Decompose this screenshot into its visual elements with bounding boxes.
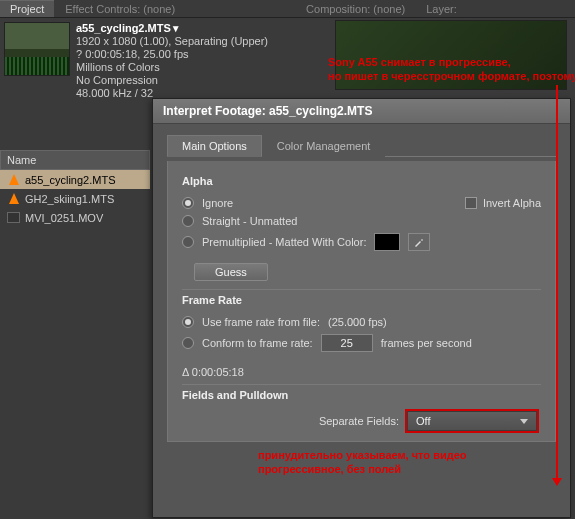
annotation-bottom: принудительно указываем, что видео прогр… (258, 448, 466, 476)
label-premultiplied: Premultiplied - Matted With Color: (202, 236, 366, 248)
file-rate-value: (25.000 fps) (328, 316, 387, 328)
checkbox-invert-alpha[interactable] (465, 197, 477, 209)
guess-button[interactable]: Guess (194, 263, 268, 281)
separate-fields-value: Off (416, 415, 430, 427)
top-panel-tabs: Project Effect Controls: (none) Composit… (0, 0, 575, 18)
label-use-file-rate: Use frame rate from file: (202, 316, 320, 328)
radio-ignore[interactable] (182, 197, 194, 209)
vlc-icon (6, 192, 21, 205)
file-name: a55_cycling2.MTS (25, 174, 116, 186)
eyedropper-button[interactable] (408, 233, 430, 251)
tab-project[interactable]: Project (0, 0, 54, 17)
eyedropper-icon (413, 236, 425, 248)
clip-name: a55_cycling2.MTS (76, 22, 171, 34)
annotation-arrow (556, 85, 558, 485)
project-item-info: a55_cycling2.MTS▼ 1920 x 1080 (1.00), Se… (0, 18, 320, 98)
label-ignore: Ignore (202, 197, 233, 209)
file-name: GH2_skiing1.MTS (25, 193, 114, 205)
dropdown-arrow-icon[interactable]: ▼ (171, 23, 181, 34)
label-invert-alpha: Invert Alpha (483, 197, 541, 209)
matte-color-swatch[interactable] (374, 233, 400, 251)
radio-premultiplied[interactable] (182, 236, 194, 248)
clip-dims: 1920 x 1080 (1.00), Separating (Upper) (76, 35, 268, 48)
clip-colors: Millions of Colors (76, 61, 268, 74)
section-fields-title: Fields and Pulldown (182, 389, 541, 401)
dialog-tabs: Main Options Color Management (167, 134, 556, 157)
tab-effect-controls[interactable]: Effect Controls: (none) (55, 0, 185, 17)
tab-color-management[interactable]: Color Management (262, 135, 386, 157)
conform-rate-input[interactable]: 25 (321, 334, 373, 352)
list-item[interactable]: GH2_skiing1.MTS (0, 189, 150, 208)
clip-duration: ? 0:00:05:18, 25.00 fps (76, 48, 268, 61)
section-framerate-title: Frame Rate (182, 294, 541, 306)
label-straight: Straight - Unmatted (202, 215, 297, 227)
file-name: MVI_0251.MOV (25, 212, 103, 224)
separate-fields-select[interactable]: Off (407, 411, 537, 431)
clip-thumbnail (4, 22, 70, 76)
radio-use-file-rate[interactable] (182, 316, 194, 328)
dialog-title: Interpret Footage: a55_cycling2.MTS (153, 99, 570, 124)
mov-icon (6, 211, 21, 224)
label-conform-rate: Conform to frame rate: (202, 337, 313, 349)
label-fps-unit: frames per second (381, 337, 472, 349)
tab-main-options[interactable]: Main Options (167, 135, 262, 157)
radio-straight[interactable] (182, 215, 194, 227)
tab-layer[interactable]: Layer: (416, 0, 467, 17)
clip-codec: No Compression (76, 74, 268, 87)
label-separate-fields: Separate Fields: (319, 415, 399, 427)
list-item[interactable]: MVI_0251.MOV (0, 208, 150, 227)
vlc-icon (6, 173, 21, 186)
list-header-name[interactable]: Name (0, 150, 150, 170)
duration-delta: Δ 0:00:05:18 (182, 366, 244, 378)
tab-composition[interactable]: Composition: (none) (296, 0, 415, 17)
clip-metadata: a55_cycling2.MTS▼ 1920 x 1080 (1.00), Se… (76, 22, 268, 94)
project-file-list: Name a55_cycling2.MTS GH2_skiing1.MTS MV… (0, 150, 150, 227)
section-alpha-title: Alpha (182, 175, 541, 187)
radio-conform-rate[interactable] (182, 337, 194, 349)
annotation-top: Sony A55 снимает в прогрессиве, но пишет… (328, 55, 575, 83)
chevron-down-icon (520, 419, 528, 424)
list-item[interactable]: a55_cycling2.MTS (0, 170, 150, 189)
